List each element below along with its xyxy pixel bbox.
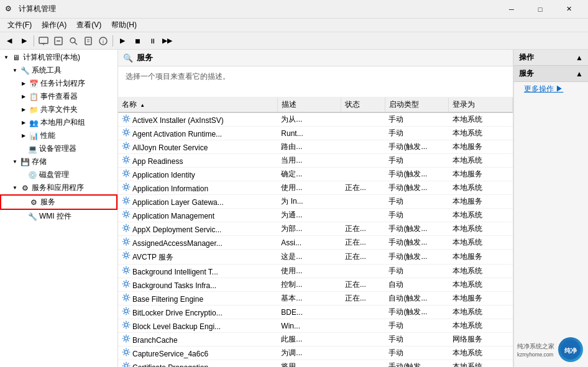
col-login[interactable]: 登录为 (449, 97, 513, 112)
computer-icon (39, 36, 48, 46)
menu-item-f[interactable]: 文件(F) (2, 19, 37, 32)
toolbar-btn-2[interactable] (52, 34, 65, 48)
close-button[interactable]: ✕ (554, 0, 583, 19)
restart-button[interactable]: ▶▶ (160, 34, 174, 48)
service-desc-cell: 此服... (277, 333, 341, 347)
tree-item-0[interactable]: ▼🖥计算机管理(本地) (0, 51, 117, 64)
table-row[interactable]: BranchCache此服...手动网络服务 (118, 333, 513, 347)
col-name[interactable]: 名称 ▲ (118, 97, 277, 112)
menu-item-v[interactable]: 查看(V) (71, 19, 106, 32)
service-status-cell (341, 265, 385, 278)
service-gear-icon (122, 237, 131, 246)
menu-item-a[interactable]: 操作(A) (37, 19, 71, 32)
col-startup[interactable]: 启动类型 (385, 97, 449, 112)
table-row[interactable]: AssignedAccessManager...Assi...正在...手动(触… (118, 236, 513, 250)
services-table[interactable]: 名称 ▲ 描述 状态 启动类型 (118, 97, 513, 367)
service-login-cell: 本地系统 (449, 222, 513, 236)
forward-button[interactable]: ▶ (17, 34, 31, 48)
tree-item-6[interactable]: ▶📊性能 (0, 129, 117, 142)
minimize-button[interactable]: ─ (497, 0, 526, 19)
table-row[interactable]: Background Intelligent T...使用...手动本地系统 (118, 265, 513, 278)
more-actions-link[interactable]: 更多操作 ▶ (514, 82, 588, 96)
tree-arrow-5: ▶ (20, 119, 27, 127)
play-button[interactable]: ▶ (116, 34, 129, 48)
table-header-row: 名称 ▲ 描述 状态 启动类型 (118, 97, 513, 112)
table-row[interactable]: Application Identity确定...手动(触发...本地服务 (118, 168, 513, 181)
service-startup-cell: 手动 (385, 127, 449, 140)
table-row[interactable]: Block Level Backup Engi...Win...手动本地系统 (118, 319, 513, 333)
svg-point-14 (125, 145, 128, 148)
service-login-cell: 网络服务 (449, 333, 513, 347)
right-section-services[interactable]: 服务 ▲ (514, 66, 588, 82)
tree-icon-3: 📋 (29, 92, 39, 102)
middle-panel: 🔍 服务 选择一个项目来查看它的描述。 名称 ▲ 描述 (118, 50, 513, 367)
table-row[interactable]: Application Layer Gatewa...为 In...手动本地服务 (118, 195, 513, 209)
service-gear-icon (122, 169, 131, 178)
service-name-cell: Application Layer Gatewa... (118, 195, 277, 209)
tree-item-5[interactable]: ▶👥本地用户和组 (0, 116, 117, 129)
service-startup-cell: 手动 (385, 195, 449, 209)
toolbar-btn-3[interactable] (67, 34, 80, 48)
service-gear-icon (122, 155, 131, 164)
stop-button[interactable]: ⏹ (131, 34, 144, 48)
tree-arrow-4: ▶ (20, 106, 27, 114)
table-row[interactable]: BitLocker Drive Encryptio...BDE...手动(触发.… (118, 306, 513, 319)
service-gear-icon (122, 210, 131, 219)
tree-item-8[interactable]: ▼💾存储 (0, 155, 117, 168)
maximize-button[interactable]: □ (526, 0, 554, 19)
service-startup-cell: 手动(触发... (385, 181, 449, 195)
svg-rect-7 (85, 37, 91, 45)
svg-point-16 (125, 172, 128, 175)
service-name-text: Background Intelligent T... (132, 268, 218, 276)
table-row[interactable]: AllJoyn Router Service路由...手动(触发...本地服务 (118, 140, 513, 154)
svg-point-20 (125, 227, 128, 230)
tree-item-4[interactable]: ▶📁共享文件夹 (0, 103, 117, 116)
service-name-text: ActiveX Installer (AxInstSV) (132, 116, 224, 125)
service-name-text: AllJoyn Router Service (132, 143, 208, 152)
menu-item-h[interactable]: 帮助(H) (106, 19, 142, 32)
svg-point-19 (125, 213, 128, 216)
service-login-cell: 本地系统 (449, 347, 513, 360)
table-row[interactable]: Agent Activation Runtime...Runt...手动本地系统 (118, 127, 513, 140)
tree-item-9[interactable]: 💿磁盘管理 (0, 168, 117, 181)
toolbar-btn-1[interactable] (37, 34, 50, 48)
table-row[interactable]: AVCTP 服务这是...正在...手动(触发...本地服务 (118, 250, 513, 265)
table-row[interactable]: Application Information使用...正在...手动(触发..… (118, 181, 513, 195)
svg-point-27 (125, 324, 128, 327)
service-name-cell: ActiveX Installer (AxInstSV) (118, 112, 277, 127)
toolbar-btn-4[interactable] (81, 34, 95, 48)
tree-item-2[interactable]: ▶📅任务计划程序 (0, 77, 117, 90)
svg-point-21 (125, 240, 128, 243)
tree-arrow-8: ▼ (11, 158, 19, 166)
service-name-cell: Base Filtering Engine (118, 292, 277, 306)
table-row[interactable]: Certificate Propagation将用...手动(触发...本地系统 (118, 360, 513, 368)
svg-point-24 (125, 283, 128, 286)
table-row[interactable]: App Readiness当用...手动本地系统 (118, 154, 513, 168)
col-status[interactable]: 状态 (341, 97, 385, 112)
toolbar-btn-5[interactable]: i (96, 34, 110, 48)
table-row[interactable]: ActiveX Installer (AxInstSV)为从...手动本地系统 (118, 112, 513, 127)
table-row[interactable]: AppX Deployment Servic...为部...正在...手动(触发… (118, 222, 513, 236)
service-login-cell: 本地系统 (449, 209, 513, 222)
table-row[interactable]: Background Tasks Infra...控制...正在...自动本地系… (118, 278, 513, 292)
table-row[interactable]: Base Filtering Engine基本...正在...自动(触发...本… (118, 292, 513, 306)
services-list: 名称 ▲ 描述 状态 启动类型 (118, 97, 513, 367)
pause-button[interactable]: ⏸ (145, 34, 159, 48)
svg-point-13 (125, 131, 128, 134)
tree-item-10[interactable]: ▼⚙服务和应用程序 (0, 181, 117, 194)
service-startup-cell: 手动(触发... (385, 168, 449, 181)
table-row[interactable]: Application Management为通...手动本地系统 (118, 209, 513, 222)
tree-item-1[interactable]: ▼🔧系统工具 (0, 64, 117, 77)
service-name-cell: Certificate Propagation (118, 360, 277, 368)
tree-item-11[interactable]: ⚙服务 (0, 194, 117, 210)
service-desc-cell: 控制... (277, 278, 341, 292)
table-row[interactable]: CaptureService_4a6c6为调...手动本地系统 (118, 347, 513, 360)
tree-item-7[interactable]: 💻设备管理器 (0, 142, 117, 155)
tree-item-3[interactable]: ▶📋事件查看器 (0, 90, 117, 103)
back-button[interactable]: ◀ (2, 34, 16, 48)
service-gear-icon (122, 196, 131, 205)
service-startup-cell: 手动 (385, 209, 449, 222)
service-desc-cell: 为从... (277, 112, 341, 127)
tree-item-12[interactable]: 🔧WMI 控件 (0, 210, 117, 223)
col-desc[interactable]: 描述 (277, 97, 341, 112)
